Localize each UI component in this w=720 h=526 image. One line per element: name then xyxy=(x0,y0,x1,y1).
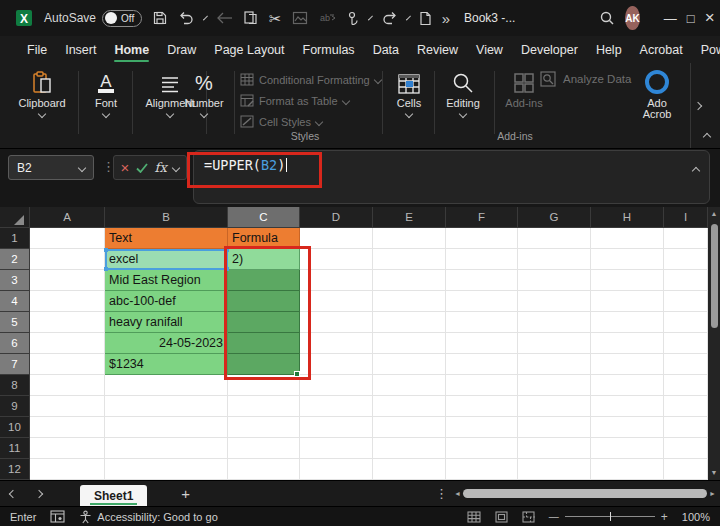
cell-G4[interactable] xyxy=(518,291,591,312)
touch-mode-dropdown-icon[interactable] xyxy=(368,16,373,21)
maximize-button[interactable]: □ xyxy=(687,4,695,32)
zoom-level[interactable]: 100% xyxy=(682,511,710,523)
cell-I12[interactable] xyxy=(664,459,708,480)
cell-E9[interactable] xyxy=(373,396,446,417)
ribbon-group-font[interactable]: A Font xyxy=(84,69,128,137)
sheet-tabs-more-icon[interactable]: ⋮ xyxy=(435,486,454,501)
cell-I3[interactable] xyxy=(664,270,708,291)
cell-A3[interactable] xyxy=(30,270,105,291)
cell-E4[interactable] xyxy=(373,291,446,312)
cell-C4[interactable] xyxy=(228,291,300,312)
column-header-F[interactable]: F xyxy=(446,207,518,228)
menu-item-formulas[interactable]: Formulas xyxy=(294,39,364,61)
scroll-down-icon[interactable]: ▼ xyxy=(711,466,718,480)
qat-overflow-icon[interactable]: » xyxy=(442,6,450,30)
cell-D10[interactable] xyxy=(300,417,373,438)
avatar[interactable]: AK xyxy=(625,6,639,30)
cell-D8[interactable] xyxy=(300,375,373,396)
cell-F9[interactable] xyxy=(446,396,518,417)
column-header-B[interactable]: B xyxy=(105,207,228,228)
page-layout-view-icon[interactable] xyxy=(495,511,508,523)
name-box[interactable]: B2 xyxy=(8,155,94,180)
next-sheet-button[interactable] xyxy=(26,491,52,497)
vertical-scrollbar-thumb[interactable] xyxy=(711,224,718,328)
touch-mode-icon[interactable] xyxy=(346,6,360,30)
cell-H6[interactable] xyxy=(591,333,664,354)
cell-F8[interactable] xyxy=(446,375,518,396)
cell-A10[interactable] xyxy=(30,417,105,438)
search-icon[interactable] xyxy=(599,6,615,30)
row-header-11[interactable]: 11 xyxy=(0,438,30,459)
add-sheet-button[interactable]: + xyxy=(181,485,190,502)
cell-G7[interactable] xyxy=(518,354,591,375)
column-header-D[interactable]: D xyxy=(300,207,373,228)
cell-I10[interactable] xyxy=(664,417,708,438)
cell-A12[interactable] xyxy=(30,459,105,480)
cell-D7[interactable] xyxy=(300,354,373,375)
cell-G2[interactable] xyxy=(518,249,591,270)
ribbon-collapse-icon[interactable] xyxy=(698,129,716,145)
cell-I6[interactable] xyxy=(664,333,708,354)
cell-D1[interactable] xyxy=(300,228,373,249)
row-header-10[interactable]: 10 xyxy=(0,417,30,438)
row-header-2[interactable]: 2 xyxy=(0,249,30,270)
accessibility-status[interactable]: Accessibility: Good to go xyxy=(79,510,217,524)
cell-G11[interactable] xyxy=(518,438,591,459)
cell-G5[interactable] xyxy=(518,312,591,333)
cell-C5[interactable] xyxy=(228,312,300,333)
undo-dropdown-icon[interactable] xyxy=(203,16,208,21)
cell-G10[interactable] xyxy=(518,417,591,438)
cell-B9[interactable] xyxy=(105,396,228,417)
minimize-button[interactable]: — xyxy=(664,4,677,32)
insert-function-button[interactable]: fx xyxy=(155,160,167,175)
cell-H4[interactable] xyxy=(591,291,664,312)
column-header-A[interactable]: A xyxy=(30,207,105,228)
cell-B12[interactable] xyxy=(105,459,228,480)
row-header-4[interactable]: 4 xyxy=(0,291,30,312)
close-button[interactable]: × xyxy=(705,4,715,32)
cell-C8[interactable] xyxy=(228,375,300,396)
cell-B3[interactable]: Mid East Region xyxy=(105,270,228,291)
cell-D2[interactable] xyxy=(300,249,373,270)
cell-E5[interactable] xyxy=(373,312,446,333)
formula-bar-collapse-icon[interactable] xyxy=(693,160,699,178)
cell-A7[interactable] xyxy=(30,354,105,375)
cell-G3[interactable] xyxy=(518,270,591,291)
cell-C12[interactable] xyxy=(228,459,300,480)
fill-handle[interactable] xyxy=(294,371,300,377)
cell-E11[interactable] xyxy=(373,438,446,459)
row-header-6[interactable]: 6 xyxy=(0,333,30,354)
cell-A11[interactable] xyxy=(30,438,105,459)
row-header-12[interactable]: 12 xyxy=(0,459,30,480)
cell-C2[interactable]: 2) xyxy=(228,249,300,270)
cell-A4[interactable] xyxy=(30,291,105,312)
redo-icon[interactable] xyxy=(381,6,398,30)
ribbon-group-number[interactable]: % Number xyxy=(176,69,232,137)
sheet-tab-sheet1[interactable]: Sheet1 xyxy=(80,485,147,507)
column-header-E[interactable]: E xyxy=(373,207,446,228)
cell-C11[interactable] xyxy=(228,438,300,459)
cell-A8[interactable] xyxy=(30,375,105,396)
save-icon[interactable] xyxy=(152,6,168,30)
cell-B8[interactable] xyxy=(105,375,228,396)
cell-C9[interactable] xyxy=(228,396,300,417)
cell-B1[interactable]: Text xyxy=(105,228,228,249)
menu-item-insert[interactable]: Insert xyxy=(56,39,105,61)
cell-B6[interactable]: 24-05-2023 xyxy=(105,333,228,354)
cell-H10[interactable] xyxy=(591,417,664,438)
adobe-acrobat-button[interactable]: Ado Acrob xyxy=(638,69,676,141)
column-header-I[interactable]: I xyxy=(664,207,708,228)
cell-A2[interactable] xyxy=(30,249,105,270)
zoom-out-icon[interactable]: — xyxy=(549,511,559,522)
cell-F7[interactable] xyxy=(446,354,518,375)
menu-item-draw[interactable]: Draw xyxy=(158,39,205,61)
cell-G8[interactable] xyxy=(518,375,591,396)
cell-A5[interactable] xyxy=(30,312,105,333)
autosave-toggle[interactable]: Off xyxy=(102,10,142,27)
cell-D9[interactable] xyxy=(300,396,373,417)
normal-view-icon[interactable] xyxy=(467,511,481,523)
cancel-entry-button[interactable]: × xyxy=(121,159,130,176)
cell-C1[interactable]: Formula xyxy=(228,228,300,249)
horizontal-scrollbar[interactable]: ◄ ► xyxy=(454,487,716,501)
row-header-3[interactable]: 3 xyxy=(0,270,30,291)
